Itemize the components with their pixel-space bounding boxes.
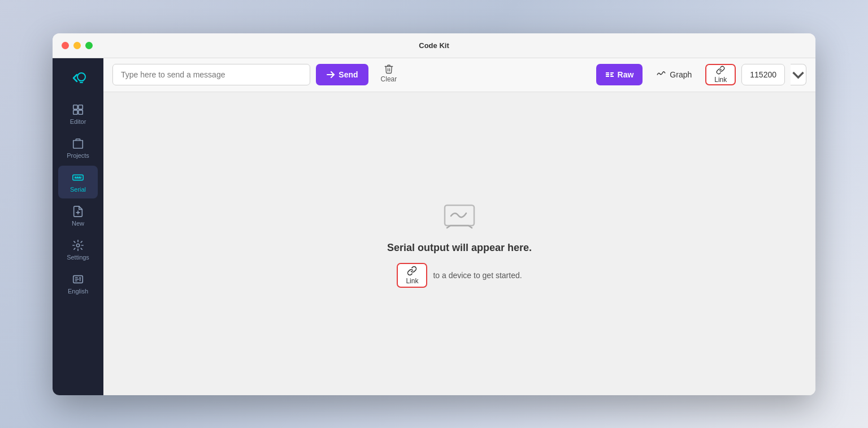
sidebar-item-serial-label: Serial <box>70 186 86 193</box>
svg-rect-13 <box>606 76 609 77</box>
title-bar: Code Kit <box>53 33 815 58</box>
graph-button[interactable]: Graph <box>648 64 700 85</box>
clear-button[interactable]: Clear <box>374 64 404 85</box>
link-icon-center <box>407 266 417 276</box>
toolbar: Send Clear <box>103 58 815 92</box>
sidebar: Editor Projects Serial <box>53 58 103 395</box>
sidebar-item-settings[interactable]: Settings <box>58 234 98 266</box>
baud-rate-dropdown[interactable] <box>791 64 806 85</box>
window-title: Code Kit <box>419 41 449 50</box>
raw-button[interactable]: Raw <box>596 64 643 85</box>
content-area: Send Clear <box>103 58 815 395</box>
link-label-toolbar: Link <box>714 76 727 84</box>
raw-label: Raw <box>618 70 634 79</box>
send-label: Send <box>338 70 358 79</box>
app-body: Editor Projects Serial <box>53 58 815 395</box>
raw-icon <box>605 70 614 79</box>
serial-output-title: Serial output will appear here. <box>387 242 532 254</box>
sidebar-item-projects-label: Projects <box>67 152 89 159</box>
link-button-toolbar[interactable]: Link <box>705 64 736 85</box>
svg-rect-1 <box>73 105 77 109</box>
chevron-down-icon <box>791 67 806 83</box>
main-area: Serial output will appear here. Link to … <box>103 92 815 395</box>
graph-icon <box>656 70 666 80</box>
svg-point-0 <box>77 73 85 81</box>
serial-output-subtitle: to a device to get started. <box>433 271 522 280</box>
sidebar-item-projects[interactable]: Projects <box>58 132 98 165</box>
sidebar-item-english-label: English <box>68 288 88 295</box>
clear-label: Clear <box>381 75 397 83</box>
app-logo[interactable] <box>64 64 92 92</box>
sidebar-item-new[interactable]: New <box>58 200 98 232</box>
link-icon-toolbar <box>716 66 725 75</box>
serial-link-row: Link to a device to get started. <box>397 263 522 288</box>
serial-output-icon <box>440 199 479 233</box>
svg-rect-4 <box>79 110 83 114</box>
close-button[interactable] <box>62 42 69 49</box>
sidebar-item-english[interactable]: English <box>58 267 98 300</box>
sidebar-item-serial[interactable]: Serial <box>58 166 98 198</box>
baud-rate-display: 115200 <box>741 64 785 85</box>
sidebar-item-new-label: New <box>72 220 84 227</box>
svg-point-8 <box>76 244 80 247</box>
svg-rect-11 <box>606 72 609 74</box>
send-button[interactable]: Send <box>316 64 368 85</box>
svg-rect-5 <box>73 175 83 180</box>
send-icon <box>326 70 335 79</box>
message-input[interactable] <box>112 64 310 85</box>
graph-label: Graph <box>670 70 692 79</box>
sidebar-item-editor-label: Editor <box>70 118 86 125</box>
traffic-lights <box>62 42 93 49</box>
trash-icon <box>384 64 394 74</box>
sidebar-item-settings-label: Settings <box>67 254 89 261</box>
link-button-center-label: Link <box>406 277 418 285</box>
svg-rect-14 <box>610 72 614 74</box>
svg-rect-3 <box>73 110 77 114</box>
app-window: Code Kit <box>53 33 815 395</box>
minimize-button[interactable] <box>73 42 81 49</box>
svg-rect-17 <box>445 205 474 226</box>
baud-rate-value: 115200 <box>750 70 776 79</box>
svg-rect-2 <box>79 105 83 109</box>
link-button-center[interactable]: Link <box>397 263 427 288</box>
maximize-button[interactable] <box>85 42 93 49</box>
svg-rect-16 <box>610 76 614 77</box>
sidebar-item-editor[interactable]: Editor <box>58 98 98 131</box>
svg-rect-12 <box>606 74 609 75</box>
svg-rect-15 <box>610 74 613 75</box>
